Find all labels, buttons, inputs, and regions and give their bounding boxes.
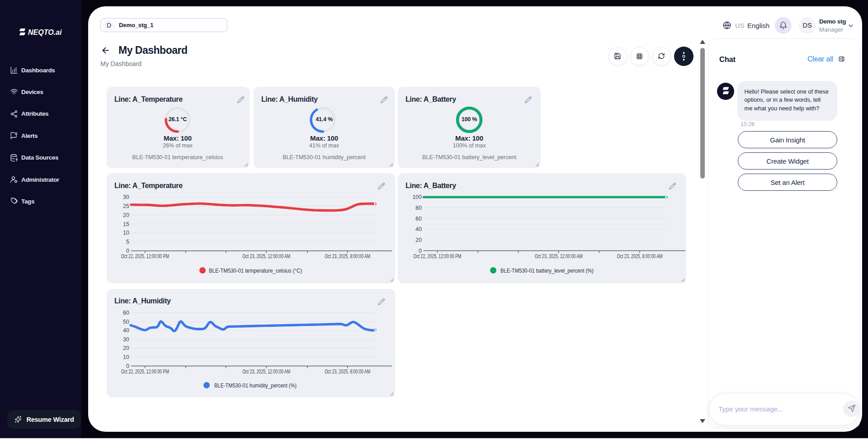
svg-text:Oct 23, 2025, 12:00:00 AM: Oct 23, 2025, 12:00:00 AM xyxy=(535,253,583,260)
svg-text:BLE-TM530-01 temperature_celsi: BLE-TM530-01 temperature_celsius (°C) xyxy=(209,267,302,274)
svg-text:30: 30 xyxy=(123,194,129,200)
svg-text:30: 30 xyxy=(123,336,129,343)
svg-text:20: 20 xyxy=(415,237,422,243)
svg-text:20: 20 xyxy=(123,212,129,218)
svg-text:Oct 22, 2025, 12:00:00 PM: Oct 22, 2025, 12:00:00 PM xyxy=(413,253,461,260)
svg-text:50: 50 xyxy=(123,319,129,325)
svg-text:20: 20 xyxy=(123,345,129,351)
svg-text:10: 10 xyxy=(123,354,129,360)
svg-text:15: 15 xyxy=(123,221,129,227)
svg-text:80: 80 xyxy=(415,205,422,211)
svg-text:40: 40 xyxy=(123,327,129,334)
svg-text:Oct 23, 2025, 12:00:00 AM: Oct 23, 2025, 12:00:00 AM xyxy=(242,253,290,260)
svg-text:5: 5 xyxy=(126,239,129,245)
svg-text:25: 25 xyxy=(123,203,129,209)
svg-text:Oct 23, 2025, 8:00:00 AM: Oct 23, 2025, 8:00:00 AM xyxy=(617,253,663,260)
svg-text:Oct 23, 2025, 12:00:00 AM: Oct 23, 2025, 12:00:00 AM xyxy=(242,368,290,375)
svg-text:10: 10 xyxy=(123,230,129,236)
svg-text:BLE-TM530-01 humidity_percent: BLE-TM530-01 humidity_percent (%) xyxy=(214,382,297,389)
svg-text:40: 40 xyxy=(415,226,422,232)
svg-text:60: 60 xyxy=(123,310,129,316)
svg-text:60: 60 xyxy=(415,216,422,222)
svg-text:100: 100 xyxy=(412,194,422,200)
svg-text:Oct 23, 2025, 8:00:00 AM: Oct 23, 2025, 8:00:00 AM xyxy=(325,368,370,375)
svg-text:BLE-TM530-01 battery_level_per: BLE-TM530-01 battery_level_percent (%) xyxy=(500,267,594,274)
svg-text:Oct 23, 2025, 8:00:00 AM: Oct 23, 2025, 8:00:00 AM xyxy=(325,253,370,260)
svg-text:Oct 22, 2025, 12:00:00 PM: Oct 22, 2025, 12:00:00 PM xyxy=(121,368,169,375)
svg-text:Oct 22, 2025, 12:00:00 PM: Oct 22, 2025, 12:00:00 PM xyxy=(121,253,169,260)
